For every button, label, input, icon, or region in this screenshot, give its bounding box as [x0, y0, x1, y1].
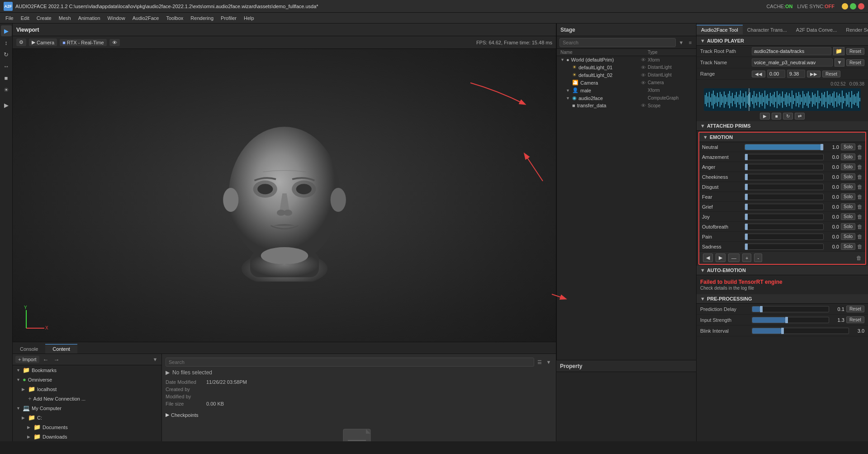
menu-profiler[interactable]: Profiler [217, 14, 240, 22]
filter-btn[interactable]: ▼ [545, 358, 552, 366]
slider-handle[interactable] [785, 317, 788, 323]
delete-icon[interactable]: 🗑 [857, 194, 863, 200]
tab-character-trans[interactable]: Character Trans... [743, 25, 792, 34]
auto-emotion-header[interactable]: ▼ AUTO-EMOTION [697, 266, 868, 275]
solo-button[interactable]: Solo [841, 203, 855, 210]
delete-icon[interactable]: 🗑 [857, 184, 863, 190]
stage-item-light01[interactable]: ☀ defaultLight_01 👁 DistantLight [557, 63, 697, 71]
stage-item-male[interactable]: ▼ 👤 male Xform [557, 86, 697, 94]
toolbar-rotate[interactable]: ↻ [1, 49, 12, 60]
track-root-path-input[interactable] [752, 47, 831, 55]
track-name-input[interactable] [752, 58, 833, 67]
solo-button[interactable]: Solo [841, 153, 855, 160]
checkpoints-toggle[interactable]: ▶ Checkpoints [166, 410, 552, 420]
stage-item-light02[interactable]: ☀ defaultLight_02 👁 DistantLight [557, 71, 697, 79]
menu-mesh[interactable]: Mesh [55, 14, 75, 22]
delete-icon[interactable]: 🗑 [857, 204, 863, 210]
solo-button[interactable]: Solo [841, 143, 855, 150]
delete-icon[interactable]: 🗑 [857, 234, 863, 240]
tab-content[interactable]: Content [45, 344, 77, 354]
solo-button[interactable]: Solo [841, 213, 855, 220]
delete-icon[interactable]: 🗑 [857, 154, 863, 160]
slider-track[interactable] [752, 306, 829, 312]
tab-console[interactable]: Console [13, 344, 45, 354]
slider-handle[interactable] [745, 154, 748, 160]
loop-btn[interactable]: ↻ [783, 113, 793, 119]
next-keyframe-btn[interactable]: ▶ [716, 253, 726, 262]
play-btn[interactable]: ▶ [760, 113, 770, 119]
camera-button[interactable]: ▶ Camera [29, 38, 57, 46]
slider-handle[interactable] [821, 144, 823, 150]
audio-player-header[interactable]: ▼ AUDIO PLAYER [697, 36, 868, 46]
import-button[interactable]: + Import [15, 356, 39, 363]
tab-render-settings[interactable]: Render Settings [841, 25, 868, 34]
delete-icon[interactable]: 🗑 [857, 174, 863, 180]
range-end-btn[interactable]: ▶▶ [807, 71, 821, 77]
add-keyframe-btn[interactable]: + [742, 253, 751, 262]
solo-button[interactable]: Solo [841, 223, 855, 230]
toolbar-select[interactable]: ▶ [1, 25, 12, 36]
settings-button[interactable]: ⚙ [16, 38, 26, 46]
toolbar-scale[interactable]: ↔ [1, 61, 12, 72]
maximize-button[interactable] [850, 3, 856, 10]
menu-rendering[interactable]: Rendering [187, 14, 217, 22]
range-start-input[interactable] [767, 70, 785, 78]
toolbar-snap[interactable]: ■ [1, 72, 12, 83]
delete-icon[interactable]: 🗑 [857, 144, 863, 150]
remove-keyframe-btn[interactable]: — [728, 253, 740, 262]
solo-button[interactable]: Solo [841, 243, 855, 250]
solo-button[interactable]: Solo [841, 193, 855, 200]
menu-help[interactable]: Help [240, 14, 258, 22]
file-item-bookmarks[interactable]: ▼ 📁 Bookmarks [13, 365, 161, 375]
slider-track[interactable] [745, 144, 824, 150]
slider-handle[interactable] [745, 214, 748, 220]
reset-range-button[interactable]: Reset [822, 71, 840, 77]
slider-handle[interactable] [745, 224, 748, 230]
menu-audio2face[interactable]: Audio2Face [129, 14, 163, 22]
solo-button[interactable]: Solo [841, 183, 855, 190]
slider-handle[interactable] [745, 204, 748, 210]
close-button[interactable] [858, 3, 864, 10]
slider-track[interactable] [745, 154, 824, 160]
slider-track[interactable] [752, 328, 849, 334]
slider-track[interactable] [745, 184, 824, 190]
prev-keyframe-btn[interactable]: ◀ [703, 253, 713, 262]
minus-keyframe-btn[interactable]: - [754, 253, 762, 262]
toolbar-play[interactable]: ▶ [1, 100, 12, 110]
delete-icon[interactable]: 🗑 [857, 214, 863, 220]
nav-back[interactable]: ← [41, 355, 50, 364]
slider-handle[interactable] [745, 164, 748, 170]
menu-window[interactable]: Window [104, 14, 129, 22]
slider-handle[interactable] [745, 184, 748, 190]
stage-filter-icon[interactable]: ▼ [678, 39, 685, 46]
slider-handle[interactable] [745, 244, 748, 250]
stage-search-input[interactable] [560, 38, 676, 47]
folder-button[interactable]: 📁 [833, 47, 844, 55]
repeat-btn[interactable]: ⇄ [795, 113, 805, 119]
eye-button[interactable]: 👁 [109, 39, 120, 46]
slider-handle[interactable] [760, 306, 763, 312]
menu-edit[interactable]: Edit [17, 14, 33, 22]
nav-forward[interactable]: → [52, 355, 61, 364]
stage-item-camera[interactable]: 🎦 Camera 👁 Camera [557, 79, 697, 86]
stage-item-transfer-data[interactable]: ■ transfer_data 👁 Scope [557, 102, 697, 109]
slider-track[interactable] [745, 174, 824, 180]
slider-handle[interactable] [745, 194, 748, 200]
slider-track[interactable] [745, 164, 824, 170]
slider-track[interactable] [745, 234, 824, 240]
slider-handle[interactable] [745, 174, 748, 180]
pre-processing-header[interactable]: ▼ PRE-PROCESSING [697, 294, 868, 304]
slider-track[interactable] [745, 214, 824, 220]
file-item-c[interactable]: ▶ 📁 C: [13, 413, 161, 422]
stage-item-audio2face[interactable]: ▼ ◉ audio2face ComputeGraph [557, 94, 697, 102]
solo-button[interactable]: Solo [841, 163, 855, 170]
menu-create[interactable]: Create [33, 14, 55, 22]
slider-handle[interactable] [781, 328, 784, 334]
reset-prediction-btn[interactable]: Reset [846, 306, 864, 312]
slider-track[interactable] [745, 244, 824, 250]
delete-icon[interactable]: 🗑 [857, 224, 863, 230]
file-item-downloads[interactable]: ▶ 📁 Downloads [13, 432, 161, 441]
list-view-icon[interactable]: ☰ [536, 358, 543, 366]
reset-input-btn[interactable]: Reset [846, 316, 864, 323]
waveform-container[interactable] [704, 88, 861, 111]
